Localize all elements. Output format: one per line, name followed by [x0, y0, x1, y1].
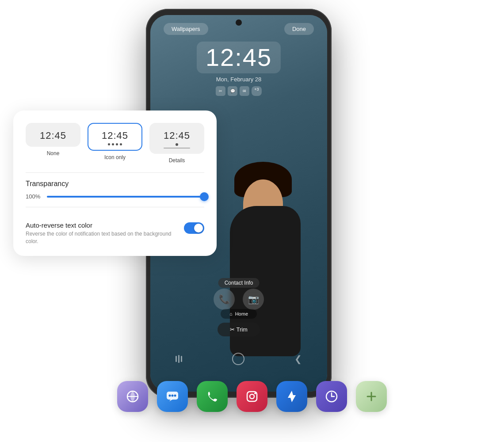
transparency-slider[interactable] — [47, 196, 204, 198]
clock-option-none-time: 12:45 — [40, 130, 66, 141]
auto-reverse-toggle[interactable] — [184, 222, 204, 234]
clock-option-dots — [108, 143, 122, 145]
divider-2 — [26, 207, 204, 207]
app-icons-row — [0, 381, 504, 412]
app-icon-wrap-torch — [276, 381, 307, 412]
trim-button[interactable]: ✂ Trim — [218, 323, 260, 336]
notif-count-badge: +3 — [252, 86, 261, 96]
svg-point-3 — [172, 395, 174, 397]
clock-time: 12:45 — [197, 42, 281, 73]
clock-app-icon[interactable] — [316, 381, 347, 412]
clock-option-bullet — [176, 143, 178, 146]
auto-reverse-title: Auto-reverse text color — [26, 221, 179, 229]
clock-option-icon-only-label: Icon only — [104, 154, 126, 160]
clock-option-line — [164, 148, 190, 149]
messages-icon[interactable] — [157, 381, 188, 412]
front-camera — [236, 19, 242, 26]
svg-point-6 — [250, 394, 254, 399]
dock-phone-icon[interactable]: 📞 — [214, 289, 235, 310]
app-icon-wrap-plus — [356, 381, 387, 412]
toggle-knob — [194, 224, 203, 232]
recents-nav-icon[interactable] — [176, 355, 182, 363]
phone-bottom-nav: ❮ — [150, 353, 327, 365]
clock-option-icon-only-box[interactable]: 12:45 — [88, 123, 142, 151]
torch-icon[interactable] — [276, 381, 307, 412]
add-widget-icon[interactable] — [356, 381, 387, 412]
clock-option-details-box[interactable]: 12:45 — [149, 123, 204, 154]
samsung-internet-icon[interactable] — [117, 381, 148, 412]
contact-info-label[interactable]: Contact Info — [218, 278, 260, 288]
clock-date: Mon, February 28 — [197, 76, 281, 83]
transparency-value: 100% — [26, 193, 42, 200]
slider-fill — [47, 196, 204, 198]
notif-chat-icon: 💬 — [228, 86, 237, 96]
clock-widget: 12:45 Mon, February 28 ✂ 💬 ✉ +3 — [197, 42, 281, 96]
svg-point-2 — [169, 395, 171, 397]
clock-option-details[interactable]: 12:45 Details — [149, 123, 204, 164]
dock-camera-icon[interactable]: 📷 — [243, 289, 264, 310]
clock-option-icon-only-time: 12:45 — [102, 130, 128, 141]
notif-scissors-icon: ✂ — [216, 86, 225, 96]
app-icon-wrap-clock — [316, 381, 347, 412]
phone-app-icon[interactable] — [197, 381, 228, 412]
slider-thumb[interactable] — [200, 192, 209, 201]
home-button-area[interactable]: ⌂ Home — [221, 309, 257, 319]
svg-point-7 — [254, 392, 256, 394]
settings-card: 12:45 None 12:45 Icon only 12:45 — [13, 110, 217, 256]
svg-point-4 — [174, 395, 176, 397]
notification-icons: ✂ 💬 ✉ +3 — [197, 86, 281, 96]
clock-option-details-time: 12:45 — [164, 130, 190, 141]
clock-option-details-label: Details — [169, 157, 185, 164]
clock-option-none-label: None — [47, 150, 60, 156]
done-button[interactable]: Done — [284, 23, 314, 35]
auto-reverse-description: Reverse the color of notification text b… — [26, 230, 179, 245]
home-label: Home — [235, 311, 248, 316]
transparency-title: Transparancy — [26, 180, 204, 188]
back-nav-icon[interactable]: ❮ — [294, 354, 302, 364]
home-nav-icon[interactable] — [232, 353, 244, 365]
auto-reverse-row: Auto-reverse text color Reverse the colo… — [26, 214, 204, 245]
transparency-slider-row: 100% — [26, 193, 204, 200]
app-icon-wrap-samsung — [117, 381, 148, 412]
notif-mail-icon: ✉ — [240, 86, 249, 96]
clock-style-options: 12:45 None 12:45 Icon only 12:45 — [26, 123, 204, 164]
app-icon-wrap-instagram — [237, 381, 267, 412]
phone-dock: 📞 📷 — [214, 289, 264, 310]
instagram-icon[interactable] — [237, 381, 267, 412]
auto-reverse-text: Auto-reverse text color Reverse the colo… — [26, 221, 179, 245]
clock-option-none-box[interactable]: 12:45 — [26, 123, 80, 147]
wallpapers-button[interactable]: Wallpapers — [164, 23, 208, 35]
divider-1 — [26, 172, 204, 173]
clock-option-none[interactable]: 12:45 None — [26, 123, 80, 164]
clock-option-icon-only[interactable]: 12:45 Icon only — [88, 123, 142, 164]
home-icon: ⌂ — [229, 311, 233, 316]
app-icon-wrap-messages — [157, 381, 188, 412]
app-icon-wrap-phone — [197, 381, 228, 412]
